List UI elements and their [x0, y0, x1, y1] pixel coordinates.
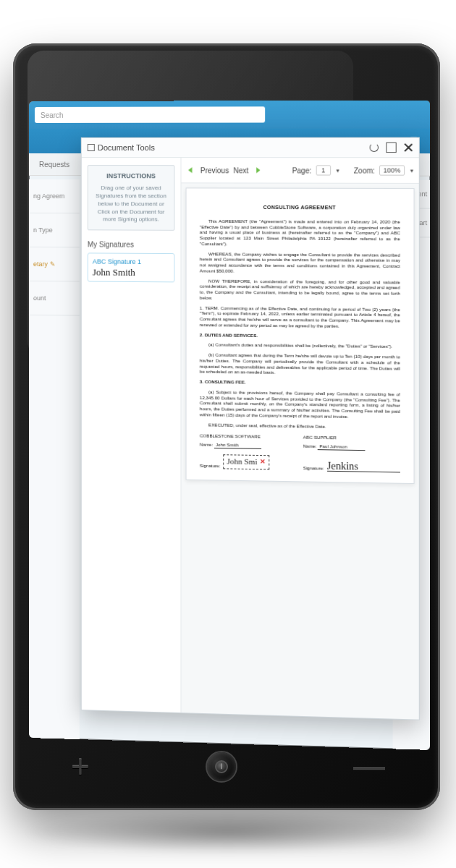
doc-p9: EXECUTED, under seal, effective as of th…	[200, 422, 400, 430]
drag-sig-text: John Smi	[227, 456, 258, 467]
prev-button[interactable]: Previous	[200, 166, 229, 174]
doc-p5: (a) Consultant's duties and responsibili…	[200, 342, 400, 350]
instructions-text: Drag one of your saved Signatures from t…	[93, 184, 170, 224]
doc-p0: This AGREEMENT (the "Agreement") is made…	[200, 218, 400, 247]
next-button[interactable]: Next	[233, 166, 248, 174]
page-dropdown-icon[interactable]: ▼	[335, 168, 340, 173]
hardware-buttons: + —	[13, 751, 440, 783]
sig-left-col: COBBLESTONE SOFTWARE Name: John Smith Si…	[200, 433, 296, 471]
maximize-icon[interactable]	[386, 142, 396, 153]
prev-arrow-icon[interactable]	[186, 165, 196, 175]
signature-name: ABC Signature 1	[93, 258, 170, 266]
name-left: John Smith	[214, 442, 261, 449]
signature-block: COBBLESTONE SOFTWARE Name: John Smith Si…	[200, 433, 400, 473]
home-button[interactable]	[206, 751, 237, 783]
instructions-panel: INSTRUCTIONS Drag one of your saved Sign…	[82, 158, 182, 712]
name-label-left: Name:	[200, 442, 213, 447]
doc-p1: WHEREAS, the Company wishes to engage th…	[200, 251, 400, 275]
draggable-signature[interactable]: John Smi ✕	[223, 454, 269, 469]
viewer-toolbar: Previous Next Page: 1 ▼ Zoom: 100% ▼	[181, 158, 418, 184]
zoom-label: Zoom:	[354, 166, 375, 174]
side-type[interactable]: n Type	[29, 213, 80, 247]
remove-signature-icon[interactable]: ✕	[261, 458, 266, 467]
my-signatures-heading: My Signatures	[88, 241, 175, 250]
name-right: Paul Johnson	[318, 443, 366, 451]
next-arrow-icon[interactable]	[253, 165, 263, 175]
volume-down-button[interactable]: —	[353, 751, 382, 783]
app-header: Search	[29, 101, 430, 129]
instructions-box: INSTRUCTIONS Drag one of your saved Sign…	[88, 165, 175, 231]
viewer-canvas[interactable]: CONSULTING AGREEMENT This AGREEMENT (the…	[181, 183, 418, 719]
company-b-name: ABC SUPPLIER	[303, 435, 400, 442]
side-ount[interactable]: ount	[29, 281, 80, 316]
zoom-input[interactable]: 100%	[379, 165, 405, 175]
sig-right-col: ABC SUPPLIER Name: Paul Johnson Signatur…	[303, 435, 400, 472]
side-agreement[interactable]: ng Agreem	[29, 179, 80, 213]
sig-label-right: Signature:	[303, 465, 324, 471]
doc-p6: (b) Consultant agrees that during the Te…	[200, 352, 400, 376]
signed-right: Jenkins	[327, 461, 358, 471]
doc-title: CONSULTING AGREEMENT	[200, 205, 400, 212]
document-icon	[88, 144, 95, 151]
reload-icon[interactable]	[370, 143, 379, 152]
document-page[interactable]: CONSULTING AGREEMENT This AGREEMENT (the…	[186, 187, 415, 483]
signature-preview: John Smith	[93, 267, 170, 279]
tablet-frame: Search Feb 14 2020 11:24:26 Requests	[13, 43, 440, 810]
tablet-shadow	[22, 810, 434, 854]
menu-requests[interactable]: Requests	[39, 161, 69, 169]
close-icon[interactable]	[404, 143, 413, 152]
page-input[interactable]: 1	[316, 165, 331, 175]
document-viewer: Previous Next Page: 1 ▼ Zoom: 100% ▼	[181, 158, 418, 720]
tablet-screen: Search Feb 14 2020 11:24:26 Requests	[29, 101, 430, 750]
doc-sec3: 3. CONSULTING FEE.	[200, 379, 400, 387]
sig-label-left: Signature:	[200, 463, 221, 469]
modal-titlebar: Document Tools	[82, 138, 419, 158]
signature-card[interactable]: ABC Signature 1 John Smith	[88, 253, 175, 283]
instructions-heading: INSTRUCTIONS	[93, 171, 170, 180]
search-input[interactable]: Search	[35, 106, 265, 123]
doc-p8: (a) Subject to the provisions hereof, th…	[200, 389, 400, 420]
zoom-dropdown-icon[interactable]: ▼	[409, 168, 414, 173]
name-label-right: Name:	[303, 443, 317, 448]
doc-sec2: 2. DUTIES AND SERVICES.	[200, 332, 400, 340]
app-left-sidebar: ng Agreem n Type etary ✎ ount	[29, 179, 80, 739]
volume-up-button[interactable]: +	[71, 751, 90, 783]
company-a-name: COBBLESTONE SOFTWARE	[200, 433, 296, 441]
side-etary[interactable]: etary ✎	[29, 247, 80, 281]
document-tools-modal: Document Tools INSTRUCTIONS Drag one of …	[81, 137, 420, 720]
page-label: Page:	[292, 166, 312, 174]
modal-title: Document Tools	[88, 143, 155, 152]
doc-p2: NOW THEREFORE, in consideration of the f…	[200, 278, 400, 302]
doc-p3: 1. TERM. Commencing as of the Effective …	[200, 305, 400, 329]
